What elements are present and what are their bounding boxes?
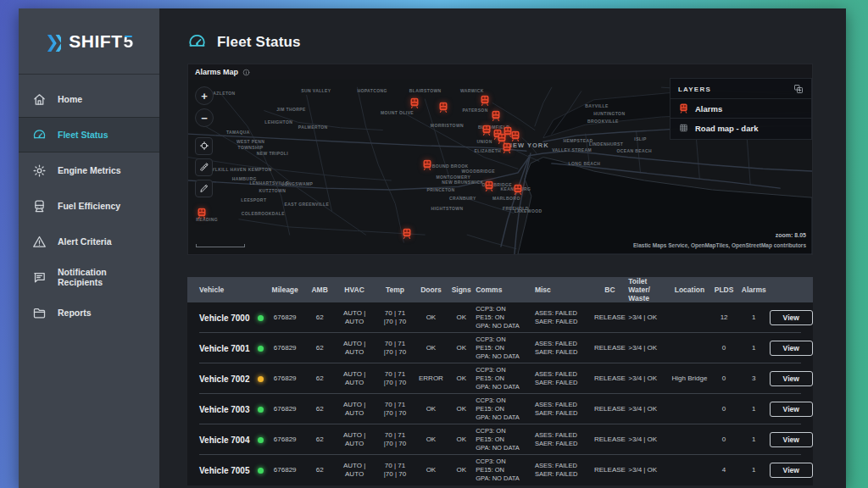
comms-cell: CCP3: ON PE15: ON GPA: NO DATA <box>476 366 535 391</box>
mileage-cell: 676829 <box>264 344 306 352</box>
plds-cell: 0 <box>709 374 738 383</box>
alarm-marker-icon[interactable] <box>439 101 448 112</box>
table-row: Vehicle 700567682962AUTO | AUTO70 | 71 |… <box>187 455 813 485</box>
train-alarm-icon <box>679 103 688 114</box>
amb-cell: 62 <box>305 344 333 352</box>
bc-cell: RELEASE <box>592 374 629 383</box>
doors-cell: OK <box>415 466 448 474</box>
train-icon <box>32 199 47 214</box>
alarm-marker-icon[interactable] <box>484 180 493 191</box>
signs-cell: OK <box>447 466 476 474</box>
plds-cell: 4 <box>709 466 738 474</box>
doors-cell: OK <box>415 344 448 352</box>
sidebar-item-fuel-efficiency[interactable]: Fuel Efficiency <box>19 188 159 224</box>
locate-button[interactable] <box>195 137 213 155</box>
mileage-cell: 676829 <box>264 405 306 413</box>
add-layer-icon[interactable] <box>793 84 804 94</box>
signs-cell: OK <box>447 344 476 352</box>
view-button[interactable]: View <box>770 432 813 447</box>
comms-cell: CCP3: ON PE15: ON GPA: NO DATA <box>476 336 535 360</box>
toilet-cell: >3/4 | OK <box>628 313 670 322</box>
zoom-in-button[interactable]: + <box>195 86 214 105</box>
temp-cell: 70 | 71 |70 | 70 <box>375 340 415 358</box>
sidebar: ❯❯ SHIFT 5 HomeFleet StatusEngine Metric… <box>19 8 159 488</box>
vehicle-name: Vehicle 7003 <box>199 404 250 415</box>
sidebar-item-home[interactable]: Home <box>19 81 159 117</box>
view-button[interactable]: View <box>770 463 813 478</box>
misc-cell: ASES: FAILED SAER: FAILED <box>535 309 592 326</box>
doors-cell: OK <box>415 313 448 322</box>
alarm-marker-icon[interactable] <box>410 97 420 108</box>
sidebar-item-notification-recipients[interactable]: Notification Recipients <box>19 259 159 295</box>
alarm-marker-icon[interactable] <box>422 158 431 169</box>
sidebar-item-alert-criteria[interactable]: Alert Criteria <box>19 224 159 259</box>
pencil-icon <box>199 181 209 197</box>
bc-cell: RELEASE <box>592 466 629 474</box>
misc-cell: ASES: FAILED SAER: FAILED <box>535 401 592 418</box>
alarms-cell: 1 <box>738 405 769 413</box>
comms-cell: CCP3: ON PE15: ON GPA: NO DATA <box>476 396 535 421</box>
view-button[interactable]: View <box>770 371 813 386</box>
amb-cell: 62 <box>305 405 333 413</box>
actions-cell: View <box>769 463 813 478</box>
misc-cell: ASES: FAILED SAER: FAILED <box>535 370 592 387</box>
page-header: Fleet Status <box>159 8 846 64</box>
alarms-cell: 3 <box>738 374 769 383</box>
column-header-mileage: Mileage <box>264 286 306 294</box>
view-button[interactable]: View <box>770 402 813 417</box>
ruler-icon <box>199 160 209 175</box>
layer-item-road-map-dark[interactable]: Road map - dark <box>670 118 811 137</box>
main-content: Fleet Status Alarms Map <box>159 8 846 488</box>
page-title: Fleet Status <box>217 34 301 51</box>
sun-icon <box>32 164 47 178</box>
zoom-out-button[interactable]: − <box>195 108 214 127</box>
logo-chevrons-icon: ❯❯ <box>45 31 62 52</box>
chat-icon <box>32 270 47 285</box>
amb-cell: 62 <box>305 313 333 322</box>
gauge-icon <box>187 32 207 52</box>
hvac-cell: AUTO | AUTO <box>334 462 376 480</box>
column-header-comms: Comms <box>476 286 535 294</box>
layers-list: AlarmsRoad map - dark <box>670 98 811 137</box>
vehicle-cell: Vehicle 7002 <box>187 374 264 385</box>
vehicle-name: Vehicle 7001 <box>199 343 250 354</box>
draw-tool-button[interactable] <box>195 180 213 197</box>
sidebar-item-fleet-status[interactable]: Fleet Status <box>19 117 159 152</box>
alarm-marker-icon[interactable] <box>198 207 207 218</box>
mileage-cell: 676829 <box>264 313 306 322</box>
signs-cell: OK <box>447 435 476 444</box>
column-header-alarms: Alarms <box>738 286 769 294</box>
table-header-row: VehicleMileageAMBHVACTempDoorsSignsComms… <box>187 277 813 302</box>
status-dot-yellow <box>258 376 264 382</box>
alarm-marker-icon[interactable] <box>503 142 512 153</box>
misc-cell: ASES: FAILED SAER: FAILED <box>535 431 592 448</box>
plds-cell: 12 <box>709 313 738 322</box>
column-header-toilet-water-waste: Toilet Water/ Waste <box>628 277 670 303</box>
layer-item-alarms[interactable]: Alarms <box>670 98 811 118</box>
table-row: Vehicle 700167682962AUTO | AUTO70 | 71 |… <box>187 333 813 363</box>
alarms-cell: 1 <box>738 344 769 352</box>
column-header-misc: Misc <box>535 286 592 294</box>
doors-cell: OK <box>415 405 448 413</box>
alarm-marker-icon[interactable] <box>510 130 520 141</box>
alarm-marker-icon[interactable] <box>481 94 490 105</box>
comms-cell: CCP3: ON PE15: ON GPA: NO DATA <box>476 458 535 482</box>
alarm-marker-icon[interactable] <box>513 183 522 194</box>
comms-cell: CCP3: ON PE15: ON GPA: NO DATA <box>476 305 535 330</box>
view-button[interactable]: View <box>770 341 813 356</box>
alarm-marker-icon[interactable] <box>491 109 500 120</box>
sidebar-item-engine-metrics[interactable]: Engine Metrics <box>19 152 159 188</box>
sidebar-item-reports[interactable]: Reports <box>19 295 159 330</box>
column-header-bc: BC <box>592 286 629 294</box>
alarm-marker-icon[interactable] <box>403 227 412 238</box>
temp-cell: 70 | 71 |70 | 70 <box>375 431 415 449</box>
column-header-signs: Signs <box>447 286 476 294</box>
map-attribution: Elastic Maps Service, OpenMapTiles, Open… <box>633 242 806 248</box>
alarm-marker-icon[interactable] <box>481 124 491 135</box>
comms-cell: CCP3: ON PE15: ON GPA: NO DATA <box>476 427 535 452</box>
column-header-vehicle: Vehicle <box>187 286 264 294</box>
measure-button[interactable] <box>195 158 213 176</box>
status-dot-green <box>258 315 264 321</box>
view-button[interactable]: View <box>770 310 813 325</box>
doors-cell: ERROR <box>415 374 448 383</box>
